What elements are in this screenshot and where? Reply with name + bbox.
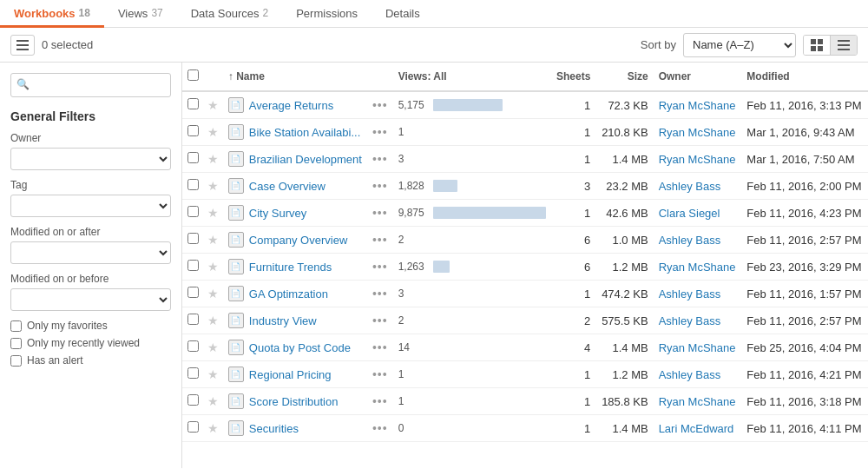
more-options-button[interactable]: ••• [371,287,390,301]
row-checkbox[interactable] [187,206,199,217]
more-options-button[interactable]: ••• [371,206,390,220]
hamburger-button[interactable] [10,35,35,56]
svg-rect-2 [811,46,816,51]
views-count: 0 [398,422,429,434]
col-header-name[interactable]: ↑ Name [223,63,367,91]
row-checkbox[interactable] [187,98,199,109]
owner-link[interactable]: Ryan McShane [659,395,736,408]
star-icon[interactable]: ★ [207,233,219,247]
col-header-sheets[interactable]: Sheets [551,63,596,91]
workbook-name-link[interactable]: Brazilian Development [249,153,362,166]
row-checkbox[interactable] [187,367,199,379]
owner-link[interactable]: Ryan McShane [659,341,736,354]
workbook-name-link[interactable]: Furniture Trends [249,261,332,274]
row-checkbox[interactable] [187,152,199,163]
workbook-name-link[interactable]: Industry View [249,314,317,327]
workbook-name-link[interactable]: Securities [249,422,299,435]
more-options-button[interactable]: ••• [371,233,390,247]
row-checkbox[interactable] [187,394,199,406]
modified-after-select[interactable] [10,241,171,264]
col-header-views[interactable]: Views: All [393,63,551,91]
owner-link[interactable]: Clara Siegel [659,207,720,220]
owner-link[interactable]: Ryan McShane [659,153,736,166]
row-checkbox[interactable] [187,314,199,325]
owner-link[interactable]: Ashley Bass [659,287,721,301]
row-checkbox[interactable] [187,233,199,244]
tab-views[interactable]: Views 37 [104,1,177,28]
workbook-name-link[interactable]: Score Distribution [249,395,339,408]
grid-view-button[interactable] [804,36,831,55]
star-icon[interactable]: ★ [207,152,219,166]
owner-link[interactable]: Ryan McShane [659,99,736,112]
more-options-button[interactable]: ••• [371,394,390,408]
row-checkbox[interactable] [187,421,199,433]
workbook-name-link[interactable]: Quota by Post Code [249,341,351,354]
more-options-button[interactable]: ••• [371,340,390,354]
star-icon[interactable]: ★ [207,314,219,327]
workbook-name-link[interactable]: Company Overview [249,234,347,247]
row-checkbox[interactable] [187,179,199,190]
star-icon[interactable]: ★ [207,125,219,139]
views-count: 1 [398,395,429,407]
col-header-modified[interactable]: Modified [741,63,868,91]
workbook-name-cell: 📄 Bike Station Availabi... [228,124,362,140]
views-cell: 5,175 [398,99,546,111]
select-all-checkbox[interactable] [187,69,199,81]
workbook-name-link[interactable]: Average Returns [249,99,333,112]
alert-checkbox[interactable]: Has an alert [10,354,171,367]
more-options-button[interactable]: ••• [371,152,390,166]
workbook-name-link[interactable]: Regional Pricing [249,368,332,381]
more-options-button[interactable]: ••• [371,98,390,112]
star-icon[interactable]: ★ [207,394,219,408]
owner-link[interactable]: Ashley Bass [659,180,721,193]
modified-cell: Feb 11, 2016, 4:23 PM [741,200,868,227]
more-options-button[interactable]: ••• [371,179,390,193]
workbook-name-link[interactable]: Case Overview [249,180,326,193]
owner-link[interactable]: Ryan McShane [659,261,736,274]
star-icon[interactable]: ★ [207,340,219,354]
more-options-button[interactable]: ••• [371,260,390,274]
owner-filter-select[interactable] [10,148,171,170]
modified-cell: Feb 25, 2016, 4:04 PM [741,334,868,361]
more-options-button[interactable]: ••• [371,125,390,139]
workbook-name-link[interactable]: Bike Station Availabi... [249,126,360,139]
modified-before-select[interactable] [10,288,171,311]
search-input[interactable] [10,73,171,97]
star-icon[interactable]: ★ [207,421,219,435]
sheets-cell: 1 [551,388,596,415]
col-header-owner[interactable]: Owner [654,63,742,91]
row-checkbox[interactable] [187,260,199,271]
sort-select[interactable]: Name (A–Z) Name (Z–A) Date Modified Owne… [683,33,796,57]
row-checkbox[interactable] [187,340,199,352]
tab-details[interactable]: Details [372,1,434,28]
more-options-button[interactable]: ••• [371,421,390,435]
owner-link[interactable]: Lari McEdward [659,422,734,435]
col-header-size[interactable]: Size [595,63,653,91]
list-view-button[interactable] [831,36,857,55]
more-options-button[interactable]: ••• [371,314,390,327]
row-checkbox[interactable] [187,125,199,136]
star-icon[interactable]: ★ [207,367,219,381]
owner-link[interactable]: Ashley Bass [659,234,721,247]
star-icon[interactable]: ★ [207,287,219,301]
tab-permissions[interactable]: Permissions [282,1,372,28]
owner-link[interactable]: Ashley Bass [659,314,721,327]
favorites-checkbox[interactable]: Only my favorites [10,320,171,332]
star-icon[interactable]: ★ [207,260,219,274]
more-options-button[interactable]: ••• [371,367,390,381]
size-cell: 1.4 MB [595,334,653,361]
size-cell: 42.6 MB [595,200,653,227]
owner-link[interactable]: Ashley Bass [659,368,721,381]
owner-link[interactable]: Ryan McShane [659,126,736,139]
row-checkbox[interactable] [187,287,199,298]
star-icon[interactable]: ★ [207,206,219,220]
workbook-name-link[interactable]: City Survey [249,207,306,220]
recent-checkbox[interactable]: Only my recently viewed [10,337,171,349]
workbook-name-link[interactable]: GA Optimzation [249,287,328,301]
star-icon[interactable]: ★ [207,179,219,193]
tag-filter-select[interactable] [10,195,171,217]
tab-datasources[interactable]: Data Sources 2 [177,1,282,28]
tab-workbooks[interactable]: Workbooks 18 [0,1,104,28]
star-icon[interactable]: ★ [207,98,219,112]
views-cell: 9,875 [398,207,546,219]
